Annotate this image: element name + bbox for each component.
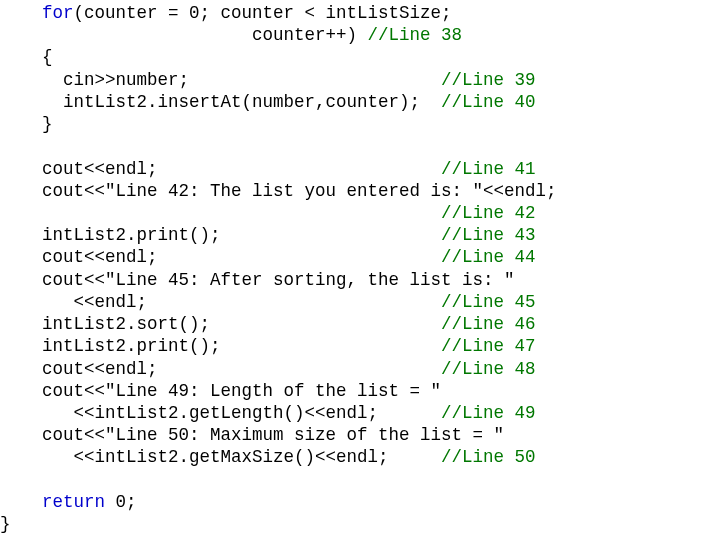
- code-line: <<endl; //Line 45: [0, 292, 536, 312]
- code-line: <<intList2.getLength()<<endl; //Line 49: [0, 403, 536, 423]
- code-line: cout<<endl; //Line 41: [0, 159, 536, 179]
- code-block: for(counter = 0; counter < intListSize; …: [0, 0, 720, 535]
- code-line: return 0;: [0, 492, 137, 512]
- code-line: for(counter = 0; counter < intListSize;: [0, 3, 452, 23]
- code-line: intList2.insertAt(number,counter); //Lin…: [0, 92, 536, 112]
- blank-line: [0, 136, 11, 156]
- code-line: }: [0, 114, 53, 134]
- code-line: cout<<"Line 50: Maximum size of the list…: [0, 425, 504, 445]
- code-line: //Line 42: [0, 203, 536, 223]
- code-line: counter++) //Line 38: [0, 25, 462, 45]
- code-line: cout<<"Line 45: After sorting, the list …: [0, 270, 515, 290]
- code-line: cout<<"Line 42: The list you entered is:…: [0, 181, 557, 201]
- code-line: cout<<endl; //Line 44: [0, 247, 536, 267]
- code-line: {: [0, 47, 53, 67]
- code-line: intList2.print(); //Line 47: [0, 336, 536, 356]
- code-line: <<intList2.getMaxSize()<<endl; //Line 50: [0, 447, 536, 467]
- code-line: }: [0, 514, 11, 534]
- code-line: cin>>number; //Line 39: [0, 70, 536, 90]
- blank-line: [0, 470, 11, 490]
- code-line: intList2.print(); //Line 43: [0, 225, 536, 245]
- code-line: cout<<"Line 49: Length of the list = ": [0, 381, 441, 401]
- code-line: cout<<endl; //Line 48: [0, 359, 536, 379]
- code-line: intList2.sort(); //Line 46: [0, 314, 536, 334]
